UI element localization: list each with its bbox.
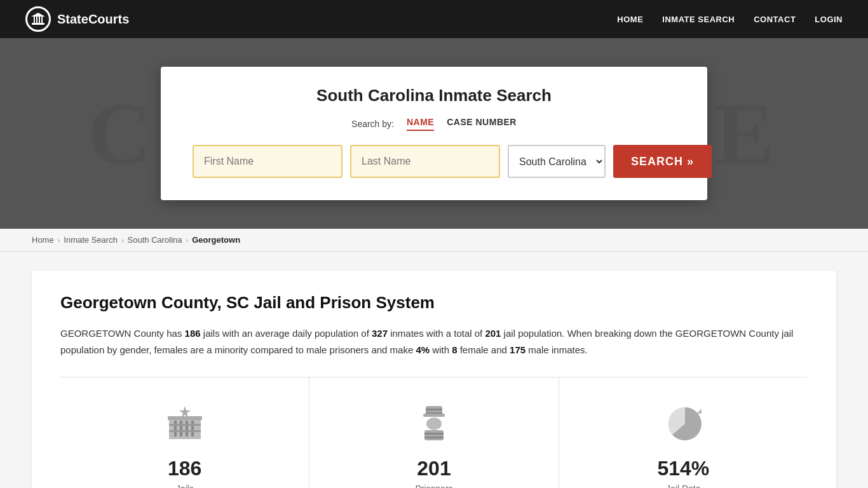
stat-jails-label: Jails — [176, 484, 194, 488]
pie-chart-icon — [658, 396, 709, 447]
svg-rect-17 — [426, 409, 442, 410]
desc-jails: 186 — [185, 328, 201, 339]
prisoner-icon — [409, 396, 459, 447]
svg-marker-5 — [31, 13, 45, 17]
stat-prisoners-number: 201 — [417, 457, 451, 480]
svg-rect-2 — [36, 17, 37, 23]
breadcrumb-south-carolina[interactable]: South Carolina — [128, 235, 182, 245]
breadcrumb-sep-3: › — [186, 236, 189, 244]
desc-female: 8 — [452, 344, 457, 355]
svg-rect-8 — [180, 421, 182, 437]
svg-rect-21 — [424, 433, 444, 435]
breadcrumb-sep-2: › — [121, 236, 124, 244]
desc-pct: 4% — [416, 344, 430, 355]
stat-jails: 186 Jails — [60, 377, 309, 488]
breadcrumb: Home › Inmate Search › South Carolina › … — [0, 229, 868, 252]
tab-case-number[interactable]: CASE NUMBER — [447, 117, 517, 131]
search-card: South Carolina Inmate Search Search by: … — [161, 67, 707, 200]
svg-rect-10 — [191, 421, 194, 437]
desc-total-pop: 201 — [485, 328, 501, 339]
breadcrumb-home[interactable]: Home — [32, 235, 54, 245]
svg-rect-11 — [169, 424, 201, 426]
stat-prisoners: 201 Prisoners — [309, 377, 559, 488]
svg-rect-4 — [41, 17, 43, 23]
state-select[interactable]: South Carolina Alabama Alaska Arizona Ar… — [508, 145, 606, 178]
jail-icon — [159, 396, 210, 447]
desc-male: 175 — [510, 344, 526, 355]
stat-jail-rate-label: Jail Rate — [666, 484, 700, 488]
desc-text3: inmates with a total of — [388, 328, 485, 339]
breadcrumb-current: Georgetown — [192, 235, 240, 245]
first-name-input[interactable] — [193, 145, 342, 178]
stats-row: 186 Jails — [60, 377, 808, 488]
svg-rect-12 — [169, 430, 201, 432]
logo-text: StateCourts — [57, 12, 129, 27]
stat-jail-rate: 514% Jail Rate — [559, 377, 808, 488]
stat-jails-number: 186 — [168, 457, 201, 480]
svg-rect-6 — [169, 419, 201, 439]
svg-rect-7 — [174, 421, 177, 437]
svg-rect-3 — [39, 17, 40, 23]
desc-text1: GEORGETOWN County has — [60, 328, 185, 339]
nav-inmate-search[interactable]: INMATE SEARCH — [662, 15, 735, 24]
main-content: Georgetown County, SC Jail and Prison Sy… — [0, 252, 868, 488]
nav-login[interactable]: LOGIN — [815, 15, 843, 24]
desc-text7: male inmates. — [526, 344, 588, 355]
breadcrumb-inmate-search[interactable]: Inmate Search — [64, 235, 118, 245]
svg-rect-22 — [424, 437, 444, 438]
header: StateCourts HOME INMATE SEARCH CONTACT L… — [0, 0, 868, 38]
svg-rect-1 — [34, 17, 35, 23]
tab-name[interactable]: NAME — [407, 117, 434, 131]
svg-rect-18 — [426, 412, 442, 414]
svg-point-19 — [426, 417, 442, 430]
svg-rect-20 — [424, 430, 444, 440]
stat-prisoners-label: Prisoners — [415, 484, 452, 488]
nav-home[interactable]: HOME — [617, 15, 643, 24]
svg-rect-13 — [168, 416, 202, 420]
search-by-label: Search by: — [351, 119, 394, 129]
nav-contact[interactable]: CONTACT — [754, 15, 796, 24]
main-nav: HOME INMATE SEARCH CONTACT LOGIN — [617, 15, 843, 24]
breadcrumb-sep-1: › — [58, 236, 60, 244]
svg-marker-14 — [179, 406, 191, 417]
logo[interactable]: StateCourts — [25, 6, 129, 32]
logo-icon — [25, 6, 51, 32]
last-name-input[interactable] — [350, 145, 500, 178]
stat-jail-rate-number: 514% — [657, 457, 709, 480]
desc-text5: with — [430, 344, 452, 355]
content-description: GEORGETOWN County has 186 jails with an … — [60, 325, 808, 358]
search-card-title: South Carolina Inmate Search — [193, 86, 675, 105]
search-button[interactable]: SEARCH » — [613, 145, 712, 178]
search-by-row: Search by: NAME CASE NUMBER — [193, 117, 675, 131]
hero-section: COURTHOUSE South Carolina Inmate Search … — [0, 38, 868, 229]
svg-rect-0 — [32, 23, 44, 25]
content-title: Georgetown County, SC Jail and Prison Sy… — [60, 293, 808, 313]
desc-text6: female and — [458, 344, 510, 355]
desc-avg-pop: 327 — [372, 328, 388, 339]
desc-text2: jails with an average daily population o… — [201, 328, 372, 339]
search-inputs-row: South Carolina Alabama Alaska Arizona Ar… — [193, 145, 675, 178]
content-card: Georgetown County, SC Jail and Prison Sy… — [32, 271, 836, 488]
svg-rect-9 — [186, 421, 188, 437]
